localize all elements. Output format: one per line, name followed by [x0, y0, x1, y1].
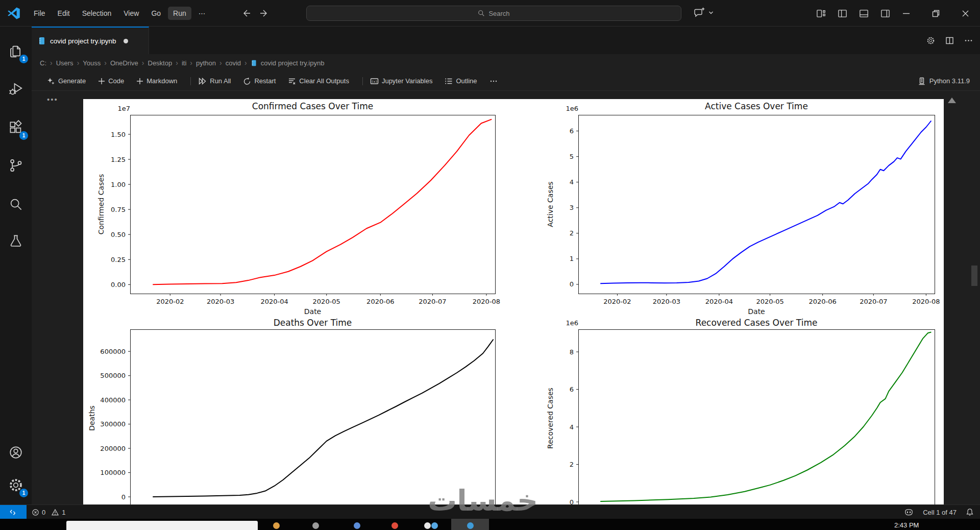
- search-command-center[interactable]: Search: [306, 6, 681, 21]
- sidebar-item-explorer[interactable]: 1: [5, 40, 27, 62]
- customize-layout-icon[interactable]: [816, 8, 826, 19]
- sidebar-item-source-control[interactable]: [5, 154, 27, 177]
- remote-indicator[interactable]: [0, 505, 27, 519]
- taskbar-app-blue[interactable]: [354, 522, 360, 529]
- svg-text:500000: 500000: [100, 372, 126, 379]
- back-arrow-icon[interactable]: [240, 8, 252, 19]
- tab-covid-notebook[interactable]: covid project try.ipynb: [32, 27, 149, 54]
- toolbar-divider: [362, 77, 363, 85]
- menu-selection[interactable]: Selection: [77, 7, 117, 20]
- jupyter-variables-button[interactable]: (x) Jupyter Variables: [370, 77, 432, 85]
- plus-icon: [136, 78, 143, 85]
- svg-text:8: 8: [570, 348, 574, 356]
- more-actions-icon[interactable]: [964, 36, 973, 45]
- restart-button[interactable]: Restart: [243, 77, 276, 85]
- chevron-down-icon: [708, 10, 714, 16]
- svg-text:1.00: 1.00: [111, 181, 126, 188]
- minimize-button[interactable]: [891, 0, 921, 27]
- explorer-badge: 1: [19, 55, 28, 63]
- search-sidebar-icon: [8, 197, 23, 212]
- add-code-cell-button[interactable]: Code: [98, 77, 124, 85]
- history-nav: [240, 8, 270, 19]
- breadcrumb-item-desktop[interactable]: Desktop: [148, 59, 173, 67]
- taskbar-search-box[interactable]: [66, 521, 258, 530]
- sidebar-item-extensions[interactable]: 1: [5, 116, 27, 139]
- forward-arrow-icon[interactable]: [259, 8, 270, 19]
- copilot-chat-button[interactable]: [693, 6, 714, 19]
- scroll-top-arrow-icon[interactable]: [948, 98, 956, 103]
- menu-overflow[interactable]: ⋯: [193, 7, 211, 20]
- taskbar-app-white[interactable]: [424, 522, 431, 529]
- breadcrumb-item-iti[interactable]: iti: [182, 59, 186, 67]
- editor-scrollbar[interactable]: [971, 266, 977, 286]
- svg-text:400000: 400000: [100, 396, 126, 404]
- run-all-button[interactable]: Run All: [198, 77, 231, 85]
- sidebar-item-search[interactable]: [5, 193, 27, 215]
- status-bar-right: Cell 1 of 47: [904, 505, 974, 519]
- sidebar-item-run-debug[interactable]: [5, 78, 27, 100]
- taskbar-app-orange[interactable]: [273, 522, 280, 529]
- menu-edit[interactable]: Edit: [53, 7, 75, 20]
- menu-run[interactable]: Run: [168, 7, 191, 20]
- add-markdown-cell-button[interactable]: Markdown: [136, 77, 177, 85]
- menu-view[interactable]: View: [118, 7, 144, 20]
- taskbar-app-lightblue[interactable]: [431, 522, 438, 529]
- chart-recovered-cases: Recovered Cases Over Time1e6024682020-02…: [513, 316, 944, 504]
- error-icon: [32, 509, 39, 516]
- toolbar-more-actions[interactable]: [489, 77, 498, 85]
- bell-icon: [966, 508, 974, 516]
- svg-text:2020-02: 2020-02: [603, 298, 631, 305]
- svg-text:0: 0: [121, 493, 126, 501]
- svg-text:0.75: 0.75: [111, 206, 126, 213]
- kernel-picker[interactable]: Python 3.11.9: [918, 77, 970, 85]
- taskbar-app-gray[interactable]: [312, 522, 319, 529]
- outline-button[interactable]: Outline: [445, 77, 477, 85]
- svg-text:100000: 100000: [100, 469, 126, 476]
- breadcrumb-item-drive[interactable]: C:: [40, 59, 46, 67]
- modified-dot-icon[interactable]: [124, 39, 128, 43]
- toggle-primary-sidebar-icon[interactable]: [837, 8, 848, 19]
- copilot-status[interactable]: [904, 508, 914, 517]
- ellipsis-icon: [489, 77, 498, 85]
- breadcrumb-item-onedrive[interactable]: OneDrive: [110, 59, 138, 67]
- tab-bar: covid project try.ipynb: [32, 27, 980, 54]
- taskbar-app-active-blue[interactable]: [467, 522, 474, 529]
- svg-text:1e7: 1e7: [117, 105, 130, 112]
- breadcrumb-file[interactable]: covid project try.ipynb: [261, 59, 325, 67]
- notifications-bell[interactable]: [966, 508, 974, 516]
- restore-button[interactable]: [921, 0, 950, 27]
- search-icon: [478, 10, 485, 17]
- toggle-secondary-sidebar-icon[interactable]: [880, 8, 891, 19]
- toggle-panel-icon[interactable]: [859, 8, 869, 19]
- svg-text:0: 0: [570, 498, 574, 504]
- close-button[interactable]: [950, 0, 980, 27]
- cell-indicator[interactable]: Cell 1 of 47: [923, 509, 957, 516]
- split-editor-icon[interactable]: [945, 36, 954, 45]
- svg-text:Recovered Cases Over Time: Recovered Cases Over Time: [696, 318, 818, 328]
- problems-indicator[interactable]: 0 1: [32, 505, 65, 519]
- settings-button[interactable]: 1: [5, 474, 27, 496]
- menu-go[interactable]: Go: [146, 7, 166, 20]
- svg-text:2020-04: 2020-04: [260, 298, 288, 305]
- breadcrumb-item-youss[interactable]: Youss: [83, 59, 101, 67]
- notebook-settings-gear-icon[interactable]: [926, 36, 935, 45]
- sidebar-item-testing[interactable]: [5, 230, 27, 252]
- svg-text:6: 6: [570, 386, 574, 393]
- generate-button[interactable]: Generate: [47, 77, 86, 85]
- breadcrumb-item-users[interactable]: Users: [56, 59, 74, 67]
- menu-file[interactable]: File: [29, 7, 51, 20]
- run-debug-icon: [8, 81, 23, 97]
- activity-bar: 1 1: [0, 27, 32, 504]
- taskbar-app-red[interactable]: [391, 522, 398, 529]
- svg-text:2020-08: 2020-08: [473, 298, 500, 305]
- chart-confirmed-cases: Confirmed Cases Over Time1e70.000.250.50…: [83, 99, 513, 316]
- breadcrumb-item-python[interactable]: python: [196, 59, 216, 67]
- svg-text:2: 2: [570, 461, 574, 468]
- cell-more-actions-icon[interactable]: •••: [47, 95, 58, 104]
- accounts-button[interactable]: [5, 441, 27, 464]
- clear-all-outputs-button[interactable]: Clear All Outputs: [288, 77, 349, 85]
- breadcrumb-item-covid[interactable]: covid: [226, 59, 241, 67]
- svg-text:Date: Date: [304, 307, 321, 316]
- taskbar-clock[interactable]: 2:43 PM: [894, 521, 919, 529]
- svg-text:3: 3: [570, 204, 574, 211]
